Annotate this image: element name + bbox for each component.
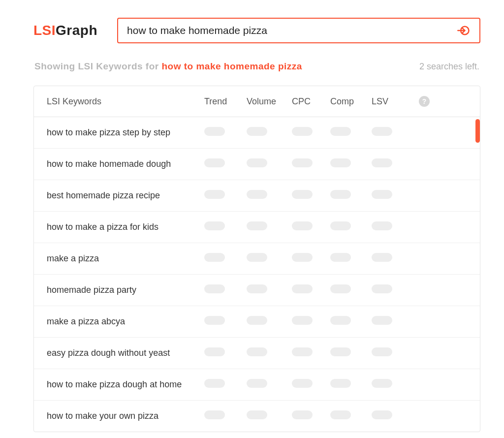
placeholder-pill bbox=[292, 316, 313, 325]
metric-placeholder bbox=[247, 410, 292, 422]
placeholder-pill bbox=[204, 379, 225, 388]
placeholder-pill bbox=[292, 253, 313, 262]
placeholder-pill bbox=[292, 190, 313, 199]
keyword-cell: how to make a pizza for kids bbox=[47, 222, 204, 232]
placeholder-pill bbox=[330, 253, 351, 262]
col-volume[interactable]: Volume bbox=[247, 96, 292, 107]
metric-placeholder bbox=[372, 221, 410, 233]
metric-placeholder bbox=[247, 347, 292, 359]
metric-placeholder bbox=[292, 221, 330, 233]
placeholder-pill bbox=[204, 158, 225, 167]
metric-placeholder bbox=[330, 379, 372, 390]
placeholder-pill bbox=[292, 379, 313, 388]
placeholder-pill bbox=[292, 158, 313, 167]
placeholder-pill bbox=[204, 127, 225, 136]
enter-icon bbox=[457, 24, 471, 37]
metric-placeholder bbox=[204, 158, 247, 170]
placeholder-pill bbox=[330, 190, 351, 199]
metric-placeholder bbox=[330, 221, 372, 233]
placeholder-pill bbox=[247, 284, 267, 293]
metric-placeholder bbox=[247, 379, 292, 390]
table-row[interactable]: best homemade pizza recipe bbox=[34, 180, 480, 212]
metric-placeholder bbox=[204, 379, 247, 390]
placeholder-pill bbox=[247, 316, 267, 325]
keyword-cell: make a pizza abcya bbox=[47, 316, 204, 327]
table-row[interactable]: how to make a pizza for kids bbox=[34, 212, 480, 243]
placeholder-pill bbox=[247, 379, 267, 388]
placeholder-pill bbox=[204, 284, 225, 293]
summary-prefix: Showing LSI Keywords for bbox=[34, 61, 161, 71]
keyword-cell: how to make your own pizza bbox=[47, 411, 204, 421]
placeholder-pill bbox=[247, 127, 267, 136]
placeholder-pill bbox=[330, 316, 351, 325]
keyword-cell: best homemade pizza recipe bbox=[47, 190, 204, 201]
scrollbar-thumb[interactable] bbox=[475, 119, 480, 143]
table-row[interactable]: how to make pizza dough at home bbox=[34, 369, 480, 401]
placeholder-pill bbox=[247, 221, 267, 230]
summary-query: how to make homemade pizza bbox=[161, 61, 302, 71]
col-cpc[interactable]: CPC bbox=[292, 96, 330, 107]
logo-part-graph: Graph bbox=[56, 23, 97, 38]
metric-placeholder bbox=[292, 410, 330, 422]
summary-text: Showing LSI Keywords for how to make hom… bbox=[34, 61, 302, 72]
metric-placeholder bbox=[247, 158, 292, 170]
metric-placeholder bbox=[372, 316, 410, 327]
metric-placeholder bbox=[330, 190, 372, 201]
placeholder-pill bbox=[372, 158, 392, 167]
metric-placeholder bbox=[372, 158, 410, 170]
table-row[interactable]: make a pizza abcya bbox=[34, 306, 480, 338]
header: LSIGraph bbox=[33, 18, 480, 43]
table-row[interactable]: make a pizza bbox=[34, 243, 480, 275]
placeholder-pill bbox=[372, 190, 392, 199]
placeholder-pill bbox=[247, 410, 267, 419]
keyword-cell: homemade pizza party bbox=[47, 285, 204, 295]
metric-placeholder bbox=[204, 190, 247, 201]
metric-placeholder bbox=[292, 190, 330, 201]
metric-placeholder bbox=[292, 127, 330, 138]
summary-row: Showing LSI Keywords for how to make hom… bbox=[33, 61, 480, 72]
metric-placeholder bbox=[330, 253, 372, 264]
results-table: LSI Keywords Trend Volume CPC Comp LSV ?… bbox=[33, 86, 480, 432]
metric-placeholder bbox=[204, 316, 247, 327]
help-icon[interactable]: ? bbox=[419, 96, 430, 107]
metric-placeholder bbox=[330, 158, 372, 170]
placeholder-pill bbox=[292, 127, 313, 136]
placeholder-pill bbox=[372, 379, 392, 388]
metric-placeholder bbox=[330, 410, 372, 422]
metric-placeholder bbox=[372, 410, 410, 422]
metric-placeholder bbox=[247, 127, 292, 138]
table-row[interactable]: homemade pizza party bbox=[34, 275, 480, 306]
metric-placeholder bbox=[292, 253, 330, 264]
logo: LSIGraph bbox=[33, 23, 97, 38]
search-submit-button[interactable] bbox=[455, 22, 472, 39]
placeholder-pill bbox=[372, 410, 392, 419]
table-row[interactable]: how to make homemade dough bbox=[34, 149, 480, 180]
placeholder-pill bbox=[204, 221, 225, 230]
keyword-cell: make a pizza bbox=[47, 253, 204, 264]
metric-placeholder bbox=[372, 284, 410, 296]
placeholder-pill bbox=[292, 284, 313, 293]
col-trend[interactable]: Trend bbox=[204, 96, 247, 107]
scrollbar-track[interactable] bbox=[475, 119, 480, 432]
table-row[interactable]: how to make your own pizza bbox=[34, 401, 480, 432]
table-row[interactable]: how to make pizza step by step bbox=[34, 117, 480, 149]
metric-placeholder bbox=[204, 347, 247, 359]
metric-placeholder bbox=[204, 221, 247, 233]
placeholder-pill bbox=[247, 158, 267, 167]
placeholder-pill bbox=[372, 127, 392, 136]
placeholder-pill bbox=[372, 253, 392, 262]
placeholder-pill bbox=[330, 379, 351, 388]
metric-placeholder bbox=[330, 316, 372, 327]
table-header: LSI Keywords Trend Volume CPC Comp LSV ? bbox=[34, 86, 480, 117]
search-input[interactable] bbox=[127, 25, 455, 36]
placeholder-pill bbox=[247, 190, 267, 199]
placeholder-pill bbox=[292, 347, 313, 356]
col-comp[interactable]: Comp bbox=[330, 96, 372, 107]
metric-placeholder bbox=[292, 316, 330, 327]
metric-placeholder bbox=[372, 347, 410, 359]
metric-placeholder bbox=[204, 127, 247, 138]
col-lsv[interactable]: LSV bbox=[372, 96, 410, 107]
table-row[interactable]: easy pizza dough without yeast bbox=[34, 338, 480, 369]
placeholder-pill bbox=[204, 347, 225, 356]
placeholder-pill bbox=[247, 253, 267, 262]
